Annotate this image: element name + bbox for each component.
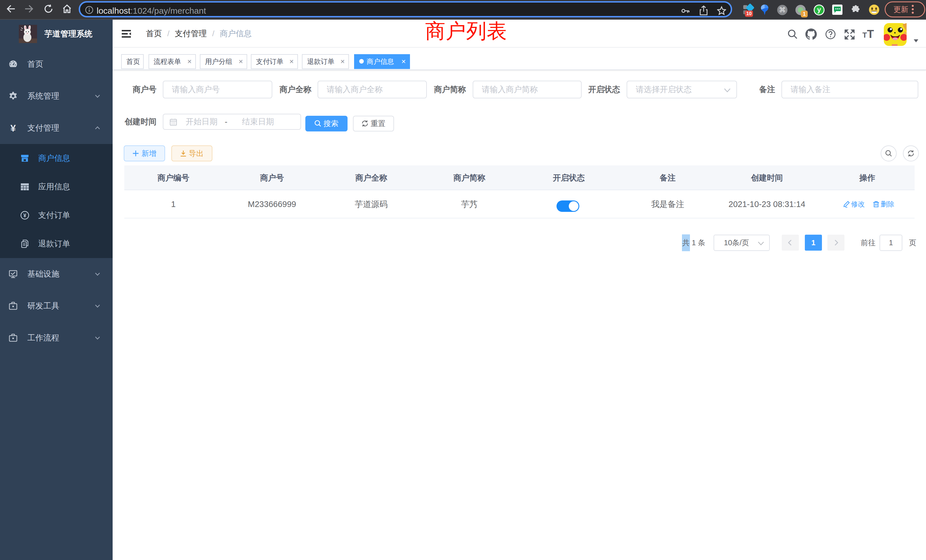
svg-text:¥: ¥ <box>23 212 27 218</box>
